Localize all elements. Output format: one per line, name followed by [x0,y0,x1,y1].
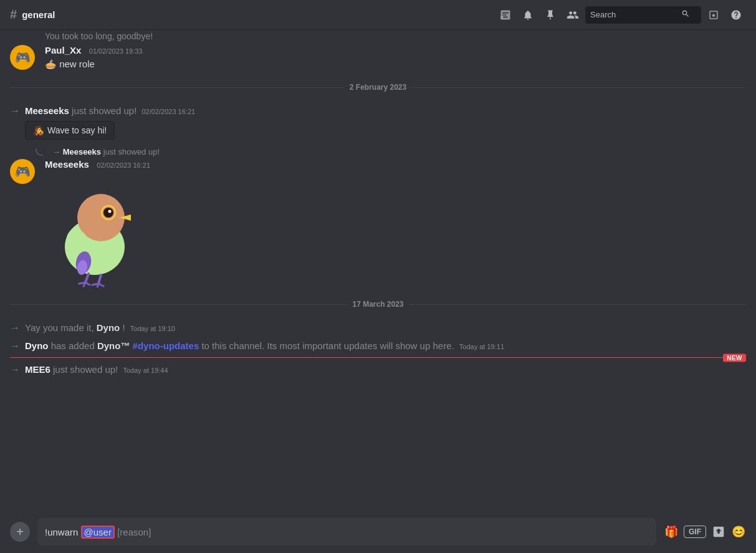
username-paul: Paul_Xx [45,45,81,55]
date-divider-text-march: 17 March 2023 [352,300,403,309]
system-message-meeseeks1: → Meeseeks just showed up! 02/02/2023 16… [0,102,756,142]
gif-button[interactable]: GIF [684,526,706,538]
input-user: @user [81,526,115,539]
attach-button[interactable]: + [10,522,30,542]
svg-point-6 [108,210,112,213]
reply-indicator-text: → Meeseeks just showed up! [52,147,160,156]
divider-line-left2 [10,304,347,305]
join-arrow-icon: → [10,105,20,117]
svg-point-5 [103,208,113,218]
emoji-icon: 😊 [732,525,745,539]
svg-line-8 [85,274,89,282]
threads-icon[interactable]: # [495,5,515,25]
channel-header: # general # [0,0,756,30]
svg-line-11 [85,282,90,285]
date-divider-feb: 2 February 2023 [0,73,756,102]
username-meeseeks: Meeseeks [45,159,89,170]
plus-icon: + [16,525,24,539]
divider-line-right2 [409,304,746,305]
timestamp-mee6: Today at 19:44 [123,367,168,374]
system-timestamp-meeseeks1: 02/02/2023 16:21 [141,108,195,115]
system-message-mee6: → MEE6 just showed up! Today at 19:44 [0,360,756,378]
search-bar[interactable] [585,6,701,24]
discord-logo-meeseeks-icon: 🎮 [15,164,31,179]
new-badge: NEW [723,353,746,362]
date-divider-march: 17 March 2023 [0,290,756,319]
discord-logo-icon: 🎮 [15,50,31,65]
members-icon[interactable] [563,5,583,25]
system-username-meeseeks1: Meeseeks [25,105,69,116]
message-group-paul: 🎮 Paul_Xx 01/02/2023 19:33 🥧 new role [0,42,756,73]
wave-button[interactable]: 🧑‍🎤 Wave to say hi! [25,121,115,140]
inbox-icon[interactable] [704,5,724,25]
messages-area: You took too long, goodbye! 🎮 Paul_Xx 01… [0,30,756,511]
divider-line-right [411,87,746,88]
new-message-divider: NEW [0,357,756,358]
mee6-name: MEE6 [25,364,50,375]
message-input-text: !unwarn @user [reason] [45,526,649,539]
notification-icon[interactable] [518,5,538,25]
timestamp-dyno1: Today at 19:10 [130,325,175,332]
bird-image [45,175,145,287]
system-message-dyno2: → Dyno has added Dyno™ #dyno-updates to … [0,337,756,355]
divider-line-left [10,87,345,88]
svg-line-12 [98,275,101,284]
date-divider-text-feb: 2 February 2023 [350,83,406,92]
input-command: !unwarn [45,527,78,537]
system-text-mee6: MEE6 just showed up! Today at 19:44 [25,363,168,376]
upload-button[interactable] [711,524,726,539]
svg-line-15 [98,284,103,286]
gift-icon: 🎁 [664,525,678,539]
avatar-paul: 🎮 [10,45,35,70]
timestamp-meeseeks: 02/02/2023 16:21 [97,161,150,169]
search-input[interactable] [590,10,677,19]
wave-button-label: Wave to say hi! [47,125,107,135]
join-arrow-dyno2-icon: → [10,340,20,352]
search-icon [681,9,690,20]
join-arrow-mee6-icon: → [10,364,20,375]
system-text-dyno2: Dyno has added Dyno™ #dyno-updates to th… [25,339,504,352]
gif-label: GIF [689,527,701,536]
svg-text:#: # [500,14,504,20]
help-icon[interactable] [726,5,746,25]
system-message-dyno1: → Yay you made it, Dyno ! Today at 19:10 [0,319,756,337]
pin-icon[interactable] [540,5,560,25]
header-icons: # [495,5,746,25]
channel-name: general [22,9,55,20]
new-message-line [10,357,746,358]
system-text-dyno1: Yay you made it, Dyno ! Today at 19:10 [25,321,175,334]
reply-indicator: → Meeseeks just showed up! [0,142,756,156]
partial-message: You took too long, goodbye! [0,30,756,42]
emoji-button[interactable]: 😊 [731,524,746,539]
input-area: + !unwarn @user [reason] 🎁 GIF 😊 [0,511,756,553]
wave-emoji: 🧑‍🎤 [33,125,44,135]
message-input-box[interactable]: !unwarn @user [reason] [37,518,656,546]
system-text-meeseeks1: Meeseeks just showed up! 02/02/2023 16:2… [25,105,195,116]
input-reason: [reason] [117,527,151,537]
join-arrow-dyno1-icon: → [10,322,20,334]
dyno-bot-name: Dyno™ [97,340,130,351]
avatar-meeseeks: 🎮 [10,159,35,184]
dyno-name2: Dyno [25,340,49,351]
dyno-name1: Dyno [97,322,120,333]
input-right-icons: 🎁 GIF 😊 [664,524,746,539]
dyno-channel: #dyno-updates [133,340,199,351]
gift-button[interactable]: 🎁 [664,524,679,539]
hash-icon: # [10,7,17,22]
timestamp-dyno2: Today at 19:11 [459,343,504,350]
timestamp-paul: 01/02/2023 19:33 [89,47,143,55]
message-content-paul: 🥧 new role [45,57,746,70]
message-group-meeseeks: 🎮 Meeseeks 02/02/2023 16:21 [0,156,756,290]
